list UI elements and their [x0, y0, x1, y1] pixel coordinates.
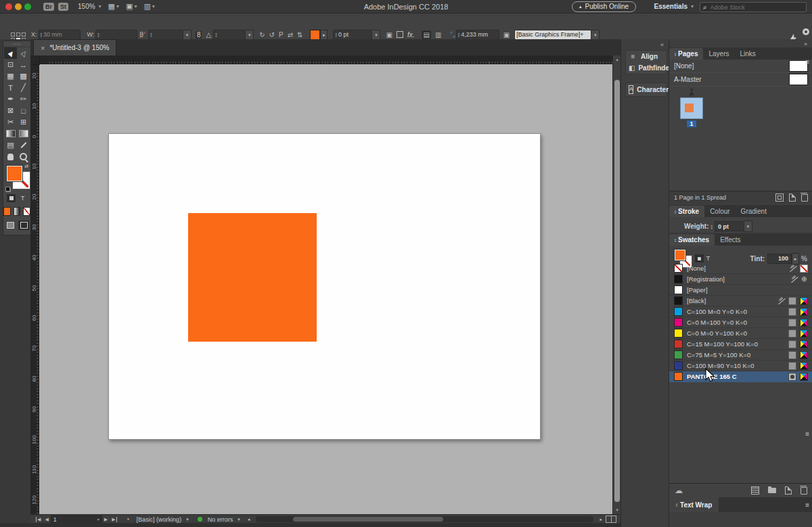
fill-proxy-chip[interactable] — [675, 250, 685, 260]
last-page-button[interactable] — [112, 517, 116, 522]
delete-page-icon[interactable] — [801, 194, 808, 202]
spread-view-icon[interactable] — [606, 515, 616, 523]
scroll-right-arrow[interactable] — [600, 517, 602, 522]
edit-page-size-icon[interactable] — [775, 193, 784, 202]
swatch-row[interactable]: C=0 M=0 Y=100 K=0 — [669, 328, 812, 339]
panel-tab[interactable]: Stroke — [669, 206, 704, 217]
swatch-row[interactable]: [None] — [669, 263, 812, 274]
tool-button[interactable] — [17, 128, 30, 139]
tool-button[interactable]: ✂ — [4, 116, 17, 128]
cc-libraries-icon[interactable] — [675, 486, 683, 495]
formatting-affects-container-button[interactable] — [7, 194, 16, 202]
new-colour-group-icon[interactable] — [768, 488, 776, 493]
weight-dropdown[interactable] — [744, 221, 752, 232]
stock-button[interactable]: St — [58, 3, 68, 11]
object-style-dropdown[interactable] — [591, 30, 600, 40]
minimize-window-button[interactable] — [15, 3, 22, 10]
master-row[interactable]: [None] — [669, 60, 812, 73]
tint-field[interactable]: 100 — [767, 254, 792, 264]
document-tab[interactable]: *Untitled-3 @ 150% — [33, 39, 116, 55]
scale-x-field[interactable] — [148, 30, 183, 40]
swatch-row[interactable]: C=15 M=100 Y=100 K=0 — [669, 339, 812, 350]
tool-button[interactable]: ╱ — [17, 82, 30, 93]
rotation-angle-field[interactable] — [213, 30, 246, 40]
tool-button[interactable]: ↔ — [17, 59, 30, 70]
width-field[interactable] — [95, 30, 137, 40]
tint-flyout-arrow[interactable] — [792, 253, 799, 265]
fill-flyout-arrow[interactable] — [320, 30, 328, 40]
swatch-row[interactable]: C=0 M=100 Y=0 K=0 — [669, 317, 812, 328]
master-row[interactable]: A-Master — [669, 73, 812, 87]
rotate-90-icon[interactable]: P — [279, 31, 284, 39]
horizontal-scrollbar[interactable] — [256, 516, 593, 522]
bridge-button[interactable]: Br — [43, 3, 54, 11]
swatch-row[interactable]: [Registration] — [669, 274, 812, 285]
corner-radius-field[interactable]: 4,233 mm — [456, 30, 499, 40]
gear-icon[interactable] — [803, 28, 809, 35]
container-formatting-button[interactable] — [695, 254, 704, 262]
panel-button[interactable]: A Character — [626, 83, 667, 96]
titlebar-view-dropdown[interactable]: ▣ — [119, 2, 137, 11]
panel-menu-icon[interactable] — [805, 58, 809, 66]
constrain-proportions-icon[interactable] — [139, 31, 143, 39]
text-wrap-tab[interactable]: Text Wrap — [669, 497, 719, 512]
collapse-dock-icon[interactable] — [660, 41, 664, 48]
adobe-stock-search[interactable] — [700, 2, 807, 12]
select-container-button[interactable] — [386, 31, 392, 39]
new-swatch-icon[interactable] — [785, 486, 792, 495]
stroke-weight-dropdown[interactable] — [372, 30, 380, 40]
tool-button[interactable]: T — [4, 82, 17, 93]
ruler-corner[interactable] — [30, 55, 40, 65]
tool-button[interactable] — [17, 139, 30, 151]
swatch-row[interactable]: [Black] — [669, 296, 812, 306]
page-number-dropdown[interactable]: 1 — [51, 515, 102, 524]
panel-grip[interactable]: •••• — [3, 41, 30, 47]
panel-tab[interactable]: Gradient — [736, 206, 772, 217]
close-window-button[interactable] — [5, 3, 12, 10]
search-input[interactable] — [709, 3, 803, 12]
next-page-button[interactable] — [104, 517, 108, 522]
object-style-field[interactable]: [Basic Graphics Frame]+ — [514, 30, 591, 40]
preflight-icon[interactable] — [126, 515, 130, 523]
tool-button[interactable]: ⊡ — [4, 59, 17, 70]
horizontal-ruler[interactable] — [30, 55, 612, 64]
tool-button[interactable] — [4, 128, 17, 139]
vertical-scroll-thumb[interactable] — [614, 80, 620, 502]
panel-tab[interactable]: Links — [735, 48, 761, 60]
weight-stepper[interactable] — [710, 224, 713, 229]
tool-button[interactable]: ▶ — [4, 47, 17, 59]
swatch-row[interactable]: [Paper] — [669, 285, 812, 296]
zoom-level-dropdown[interactable]: 150% — [78, 3, 95, 10]
vertical-ruler[interactable]: 20100102030405060708090100110120 — [30, 64, 39, 514]
panel-tab[interactable]: Colour — [704, 206, 735, 217]
preview-mode-button[interactable] — [5, 221, 16, 230]
master-thumbnail[interactable] — [789, 74, 808, 85]
wrap-bounding-box-button[interactable] — [435, 31, 441, 39]
formatting-affects-text-button[interactable]: T — [18, 194, 27, 202]
tool-button[interactable] — [4, 151, 17, 162]
panel-button[interactable]: ◧ Pathfinder — [626, 62, 667, 74]
tool-button[interactable]: ▦ — [4, 70, 17, 82]
publish-online-button[interactable]: Publish Online — [572, 1, 636, 12]
panel-button[interactable]: ≡ Align — [626, 51, 667, 62]
tool-button[interactable]: ✏ — [17, 93, 30, 105]
apply-color-button[interactable] — [3, 207, 11, 216]
previous-page-button[interactable] — [45, 517, 48, 522]
pasteboard[interactable] — [39, 64, 612, 514]
panel-menu-icon[interactable] — [805, 501, 809, 509]
apply-none-button[interactable] — [23, 207, 30, 216]
fill-color-chip[interactable] — [310, 30, 320, 40]
fill-swatch[interactable] — [7, 166, 22, 181]
titlebar-view-dropdown[interactable]: ▥ — [137, 2, 154, 11]
flip-vertical-button[interactable] — [297, 31, 302, 39]
link-scale-icon[interactable] — [196, 31, 202, 39]
chevron-down-icon[interactable] — [186, 517, 189, 522]
page-number-badge[interactable]: 1 — [687, 120, 696, 127]
view-control-icon[interactable]: ▦ — [108, 2, 115, 11]
stroke-weight-field[interactable]: 0 pt — [333, 30, 372, 40]
document-page[interactable] — [108, 133, 541, 440]
chevron-down-icon[interactable] — [238, 517, 240, 522]
x-position-field[interactable]: 30 mm — [39, 30, 81, 40]
titlebar-view-dropdown[interactable]: ▦ — [102, 2, 119, 11]
rotate-cw-button[interactable] — [259, 31, 265, 39]
